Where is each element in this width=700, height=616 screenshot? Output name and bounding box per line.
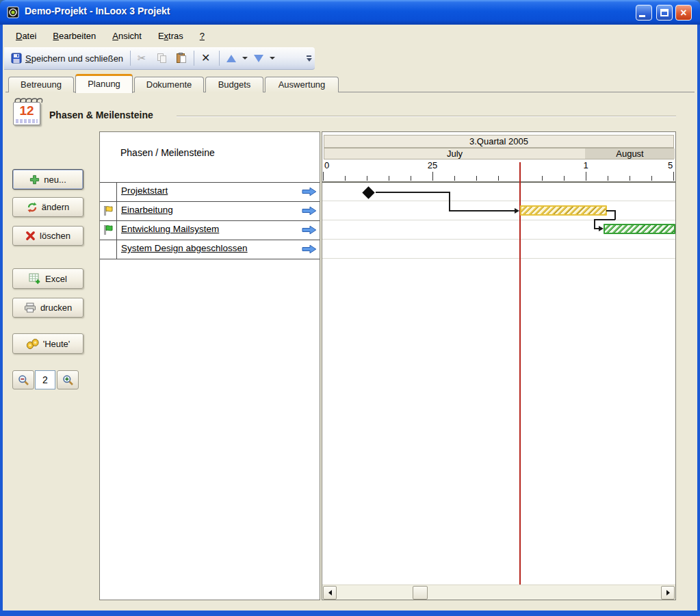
delete-button[interactable]: ✕	[197, 50, 216, 66]
tab-planung[interactable]: Planung	[75, 74, 133, 93]
ruler-border	[322, 181, 675, 183]
menu-extras[interactable]: Extras	[152, 29, 190, 43]
magnifier-plus-icon	[62, 374, 74, 386]
tick-label-1: 1	[583, 160, 588, 170]
gantt-month-july: July	[324, 149, 585, 159]
gantt-chart: 3.Quartal 2005 July August 0 25 1 5	[322, 131, 676, 600]
calendar-day: 12	[14, 103, 40, 118]
copy-icon	[157, 53, 168, 64]
scroll-right-button[interactable]	[661, 586, 675, 600]
connector-line	[376, 192, 450, 193]
window-title: Demo-Projekt - InLoox 3 Projekt	[25, 5, 170, 16]
title-bar[interactable]: Demo-Projekt - InLoox 3 Projekt ×	[0, 0, 700, 25]
edit-button[interactable]: ändern	[12, 197, 83, 217]
row-link[interactable]: System Design abgeschlossen	[121, 243, 248, 253]
phase-table: Phasen / Meilensteine Projektstart Einar…	[99, 131, 320, 600]
scrollbar-thumb[interactable]	[413, 586, 428, 600]
calendar-icon: 12	[12, 96, 44, 128]
table-row-system-design[interactable]: System Design abgeschlossen	[100, 240, 320, 259]
application-window: Demo-Projekt - InLoox 3 Projekt × Datei …	[0, 0, 700, 616]
row-link[interactable]: Entwicklung Mailsystem	[121, 224, 219, 234]
maximize-button[interactable]	[656, 5, 673, 21]
goto-arrow-icon[interactable]	[302, 187, 317, 196]
binoculars-icon	[26, 339, 39, 349]
green-flag-icon	[103, 224, 114, 235]
minimize-button[interactable]	[636, 5, 652, 21]
close-button[interactable]: ×	[675, 5, 692, 21]
zoom-out-button[interactable]	[12, 370, 34, 389]
blue-down-arrow-icon	[254, 55, 263, 62]
move-down-dropdown[interactable]	[270, 57, 275, 60]
row-link[interactable]: Einarbeitung	[121, 205, 173, 215]
menu-help[interactable]: ?	[194, 29, 211, 43]
menu-bearbeiten[interactable]: Bearbeiten	[47, 29, 102, 43]
connector-arrowhead	[599, 226, 604, 231]
paste-icon	[176, 53, 187, 64]
today-button-label: 'Heute'	[43, 339, 70, 349]
excel-button[interactable]: Excel	[12, 268, 83, 289]
print-button[interactable]: drucken	[12, 298, 83, 318]
save-and-close-label: Speichern und schließen	[25, 53, 123, 64]
save-and-close-button[interactable]: Speichern und schließen	[7, 50, 127, 66]
tab-dokumente[interactable]: Dokumente	[134, 77, 204, 92]
connector-line	[594, 219, 595, 229]
gantt-month-august: August	[585, 149, 675, 159]
menu-ansicht[interactable]: Ansicht	[106, 29, 148, 43]
scissors-icon: ✂	[138, 53, 148, 64]
window-content: Datei Bearbeiten Ansicht Extras ? Speich…	[3, 25, 697, 611]
plus-icon	[29, 175, 40, 185]
new-button[interactable]: neu...	[12, 169, 83, 190]
printer-icon	[24, 303, 36, 313]
new-button-label: neu...	[44, 175, 66, 185]
table-row-entwicklung-mailsystem[interactable]: Entwicklung Mailsystem	[100, 220, 320, 240]
toolbar: Speichern und schließen ✂ ✕	[4, 47, 315, 70]
section-title: Phasen & Meilensteine	[49, 110, 153, 120]
cut-button[interactable]: ✂	[133, 50, 153, 66]
row-link[interactable]: Projektstart	[121, 185, 168, 196]
milestone-projektstart[interactable]	[362, 186, 374, 198]
zoom-in-button[interactable]	[57, 370, 79, 389]
today-button[interactable]: 'Heute'	[12, 333, 83, 354]
overflow-chevron-icon	[307, 58, 312, 62]
table-row-einarbeitung[interactable]: Einarbeitung	[100, 201, 320, 220]
goto-arrow-icon[interactable]	[302, 244, 317, 254]
tick-label-20: 0	[324, 160, 329, 170]
gantt-month-band: July August	[324, 148, 674, 159]
move-up-button[interactable]	[222, 52, 240, 65]
tab-budgets[interactable]: Budgets	[205, 77, 263, 92]
app-icon	[7, 6, 19, 18]
bar-entwicklung-mailsystem[interactable]	[604, 224, 675, 234]
connector-line	[449, 192, 450, 211]
table-row-projektstart[interactable]: Projektstart	[100, 182, 320, 201]
toolbar-separator	[130, 51, 131, 66]
overflow-bar-icon	[307, 55, 311, 57]
goto-arrow-icon[interactable]	[302, 206, 317, 216]
toolbar-separator	[219, 51, 220, 66]
goto-arrow-icon[interactable]	[302, 225, 317, 235]
tick-label-5: 5	[668, 160, 673, 170]
move-up-dropdown[interactable]	[242, 57, 248, 60]
bar-einarbeitung[interactable]	[520, 205, 607, 216]
gantt-horizontal-scrollbar[interactable]	[322, 585, 675, 600]
maximize-icon	[660, 9, 669, 16]
move-down-button[interactable]	[250, 52, 268, 65]
blue-up-arrow-icon	[226, 55, 236, 62]
gantt-tick-row	[322, 171, 675, 181]
right-triangle-icon	[666, 590, 670, 595]
minimize-icon	[639, 15, 645, 17]
delete-row-button[interactable]: löschen	[12, 226, 83, 246]
toolbar-separator	[194, 51, 194, 66]
today-line	[519, 162, 521, 585]
scroll-left-button[interactable]	[323, 586, 337, 600]
toolbar-overflow-button[interactable]	[304, 49, 313, 67]
paste-button[interactable]	[172, 50, 191, 66]
tab-auswertung[interactable]: Auswertung	[265, 77, 339, 92]
menu-datei[interactable]: Datei	[10, 29, 42, 43]
delete-x-icon: ✕	[201, 53, 212, 64]
tab-betreuung[interactable]: Betreuung	[8, 77, 74, 92]
excel-grid-icon	[29, 273, 41, 285]
copy-button[interactable]	[153, 50, 172, 66]
left-triangle-icon	[328, 590, 332, 595]
magnifier-minus-icon	[18, 374, 29, 386]
zoom-level-field[interactable]: 2	[35, 370, 55, 389]
